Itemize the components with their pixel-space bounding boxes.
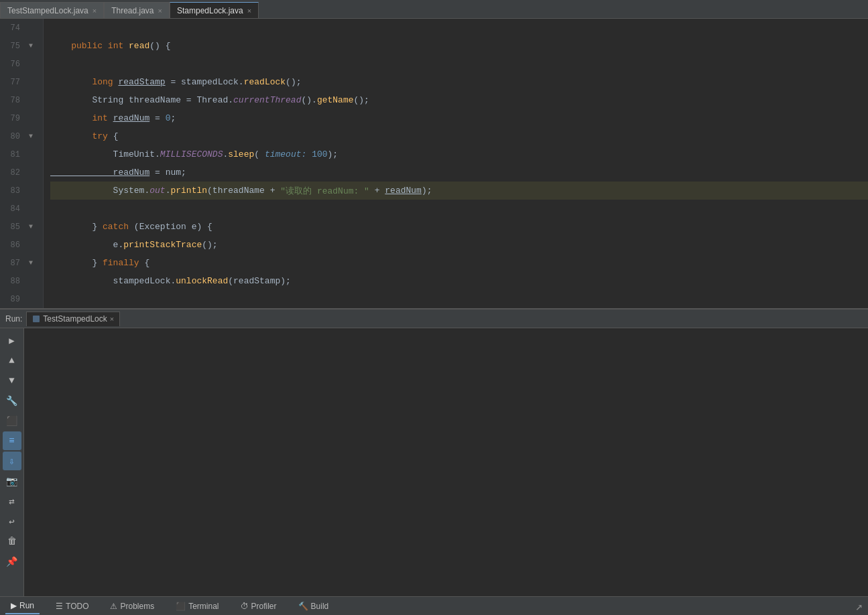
code-line-75: public int read() { <box>50 37 868 55</box>
tab-bar: TestStampedLock.java × Thread.java × Sta… <box>0 0 868 19</box>
close-icon[interactable]: × <box>110 315 114 323</box>
panel-output <box>24 328 868 596</box>
code-line-80: try { <box>50 127 868 145</box>
gutter-row-84: 84 <box>0 200 43 218</box>
status-tab-todo[interactable]: ☰ TODO <box>50 598 94 614</box>
gutter-row-78: 78 <box>0 91 43 109</box>
todo-label: TODO <box>66 602 88 611</box>
cursor-icon: ↗ <box>855 599 863 614</box>
scroll-up-button[interactable]: ▲ <box>3 351 21 370</box>
tab-label: StampedLock.java <box>177 6 243 15</box>
screenshot-button[interactable]: 📷 <box>3 472 21 490</box>
code-line-81: TimeUnit.MILLISECONDS.sleep( timeout: 10… <box>50 145 868 163</box>
code-area[interactable]: public int read() { long readStamp = sta… <box>44 19 868 308</box>
gutter-row-88: 88 <box>0 272 43 290</box>
status-tab-problems[interactable]: ⚠ Problems <box>105 598 160 614</box>
restore-button[interactable]: ↩ <box>3 512 21 531</box>
code-line-79: int readNum = 0; <box>50 109 868 127</box>
profiler-icon: ⏱ <box>241 602 249 611</box>
svg-rect-0 <box>33 316 40 322</box>
gutter-row-79: 79 <box>0 109 43 127</box>
gutter-row-81: 81 <box>0 145 43 163</box>
code-line-83: System.out.println(threadName + "读取的 rea… <box>50 182 868 200</box>
fold-arrow-87[interactable]: ▼ <box>25 259 36 267</box>
code-line-76 <box>50 55 868 73</box>
run-tab-label: TestStampedLock <box>43 314 107 324</box>
bottom-panel: Run: TestStampedLock × ▶ ▲ ▼ 🔧 ⬛ ≡ ⇩ 📷 ⇄… <box>0 308 868 596</box>
status-tab-terminal[interactable]: ⬛ Terminal <box>170 598 224 614</box>
stop-button[interactable]: ⬛ <box>3 411 21 430</box>
code-line-82: readNum = num; <box>50 163 868 182</box>
panel-content: ▶ ▲ ▼ 🔧 ⬛ ≡ ⇩ 📷 ⇄ ↩ 🗑 📌 <box>0 328 868 596</box>
gutter-row-75: 75 ▼ <box>0 37 43 55</box>
tab-thread[interactable]: Thread.java × <box>104 2 170 18</box>
gutter-row-85: 85 ▼ <box>0 218 43 236</box>
gutter-row-86: 86 <box>0 236 43 254</box>
run-tab-teststampedlock[interactable]: TestStampedLock × <box>26 312 120 326</box>
pin-button[interactable]: 📌 <box>3 552 21 571</box>
fold-arrow-80[interactable]: ▼ <box>25 133 36 140</box>
profiler-label: Profiler <box>251 602 277 611</box>
close-icon[interactable]: × <box>247 7 251 15</box>
code-line-84 <box>50 200 868 218</box>
code-line-88: stampedLock.unlockRead(readStamp); <box>50 272 868 290</box>
gutter-row-87: 87 ▼ <box>0 254 43 272</box>
run-tab-bar: Run: TestStampedLock × <box>0 310 868 328</box>
fold-arrow-85[interactable]: ▼ <box>25 223 36 230</box>
run-status-label: Run <box>19 601 34 610</box>
terminal-icon: ⬛ <box>176 602 186 611</box>
gutter-row-77: 77 <box>0 73 43 91</box>
status-bar: ▶ Run ☰ TODO ⚠ Problems ⬛ Terminal ⏱ Pro… <box>0 596 868 615</box>
panel-toolbar: ▶ ▲ ▼ 🔧 ⬛ ≡ ⇩ 📷 ⇄ ↩ 🗑 📌 <box>0 328 24 596</box>
line-gutter: 74 75 ▼ 76 77 78 79 80 ▼ 81 <box>0 19 44 308</box>
code-line-74 <box>50 19 868 37</box>
code-line-78: String threadName = Thread.currentThread… <box>50 91 868 109</box>
code-line-86: e.printStackTrace(); <box>50 236 868 254</box>
todo-icon: ☰ <box>56 602 63 611</box>
run-label: Run: <box>5 314 22 324</box>
settings-button[interactable]: 🔧 <box>3 391 21 410</box>
code-lines: public int read() { long readStamp = sta… <box>50 19 868 308</box>
status-tab-build[interactable]: 🔨 Build <box>293 598 334 614</box>
filter-button[interactable]: ⇄ <box>3 492 21 510</box>
gutter-row-89: 89 <box>0 290 43 308</box>
clear-button[interactable]: 🗑 <box>3 532 21 551</box>
status-tab-run[interactable]: ▶ Run <box>5 598 40 614</box>
problems-label: Problems <box>120 602 154 611</box>
gutter-row-83: 83 <box>0 182 43 200</box>
terminal-label: Terminal <box>188 602 219 611</box>
run-status-icon: ▶ <box>11 601 17 610</box>
gutter-row-82: 82 <box>0 163 43 182</box>
autoscroll-button[interactable]: ⇩ <box>3 452 21 470</box>
scroll-down-button[interactable]: ▼ <box>3 371 21 390</box>
code-line-89 <box>50 290 868 308</box>
code-line-85: } catch (Exception e) { <box>50 218 868 236</box>
run-icon <box>32 315 40 323</box>
fold-arrow-75[interactable]: ▼ <box>25 42 36 50</box>
gutter-row-80: 80 ▼ <box>0 127 43 145</box>
close-icon[interactable]: × <box>92 7 97 15</box>
editor-area: 74 75 ▼ 76 77 78 79 80 ▼ 81 <box>0 19 868 308</box>
code-line-87: } finally { <box>50 254 868 272</box>
wrap-button[interactable]: ≡ <box>3 431 21 450</box>
tab-stampedlock[interactable]: StampedLock.java × <box>170 2 259 18</box>
gutter-row-74: 74 <box>0 19 43 37</box>
build-icon: 🔨 <box>298 602 308 611</box>
tab-label: TestStampedLock.java <box>7 6 88 15</box>
problems-icon: ⚠ <box>110 602 117 611</box>
run-button[interactable]: ▶ <box>3 331 21 350</box>
build-label: Build <box>311 602 329 611</box>
tab-label: Thread.java <box>111 6 153 15</box>
close-icon[interactable]: × <box>158 7 162 15</box>
status-tab-profiler[interactable]: ⏱ Profiler <box>235 598 282 614</box>
gutter-row-76: 76 <box>0 55 43 73</box>
code-line-77: long readStamp = stampedLock.readLock(); <box>50 73 868 91</box>
tab-teststampedlock[interactable]: TestStampedLock.java × <box>0 2 104 18</box>
